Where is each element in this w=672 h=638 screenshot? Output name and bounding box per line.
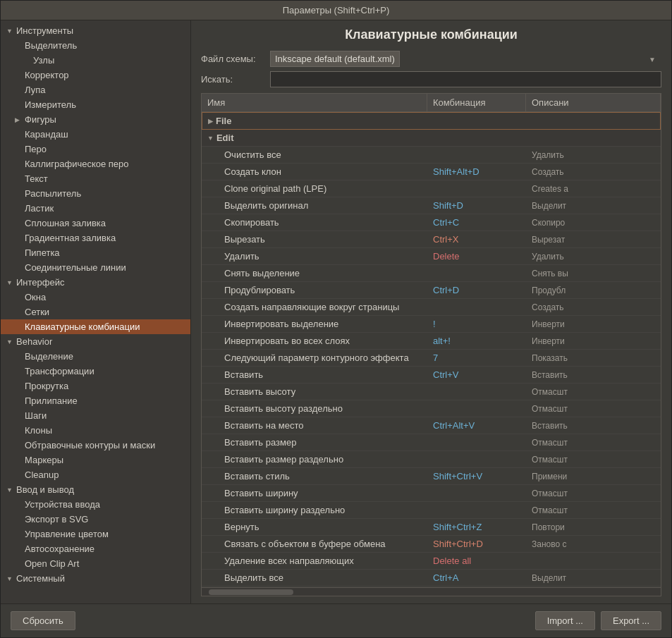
sidebar-item-29[interactable]: Маркеры <box>1 453 190 467</box>
sidebar-item-15[interactable]: Пипетка <box>1 245 190 260</box>
combo-cell <box>427 491 526 496</box>
sidebar-item-23[interactable]: Трансформации <box>1 364 190 379</box>
table-row[interactable]: Вставить размерОтмасшт <box>202 434 661 451</box>
sidebar-item-2[interactable]: Узлы <box>1 53 190 68</box>
table-row[interactable]: Снять выделениеСнять вы <box>202 265 661 282</box>
reset-button[interactable]: Сбросить <box>11 611 75 630</box>
sidebar-item-3[interactable]: Корректор <box>1 68 190 82</box>
horizontal-scrollbar[interactable] <box>202 587 661 596</box>
sidebar-item-27[interactable]: Клоны <box>1 423 190 438</box>
table-row[interactable]: ВставитьCtrl+VВставить <box>202 367 661 384</box>
table-row[interactable]: Вставить ширинуОтмасшт <box>202 485 661 502</box>
desc-cell: Повтори <box>526 520 661 534</box>
expand-icon <box>6 27 15 35</box>
table-row[interactable]: Очистить всеУдалить <box>202 147 661 164</box>
table-row[interactable]: Вставить стильShift+Ctrl+VПримени <box>202 468 661 485</box>
sidebar-item-label: Управление цветом <box>25 529 109 539</box>
col-header-desc: Описани <box>526 94 661 111</box>
combo-cell: Shift+Ctrl+V <box>427 469 526 484</box>
table-row[interactable]: ПродублироватьCtrl+DПродубл <box>202 282 661 299</box>
sidebar-item-20[interactable]: Клавиатурные комбинации <box>1 319 190 334</box>
sidebar-item-7[interactable]: Карандаш <box>1 127 190 142</box>
sidebar-item-label: Экспорт в SVG <box>25 514 88 524</box>
sidebar-item-26[interactable]: Шаги <box>1 408 190 423</box>
sidebar-item-25[interactable]: Прилипание <box>1 393 190 408</box>
combo-cell <box>427 305 526 309</box>
sidebar-item-label: Градиентная заливка <box>25 233 116 243</box>
desc-cell: Вставить <box>526 368 661 382</box>
sidebar-item-35[interactable]: Автосохранение <box>1 541 190 556</box>
sidebar-item-9[interactable]: Каллиграфическое перо <box>1 157 190 171</box>
sidebar-item-33[interactable]: Экспорт в SVG <box>1 512 190 527</box>
table-row[interactable]: Связать с объектом в буфере обменаShift+… <box>202 536 661 553</box>
group-name-cell: ▶File <box>202 113 428 129</box>
sidebar-item-12[interactable]: Ластик <box>1 201 190 216</box>
search-input[interactable] <box>270 71 661 87</box>
sidebar-item-36[interactable]: Open Clip Art <box>1 556 190 571</box>
desc-cell: Снять вы <box>526 266 661 281</box>
desc-cell: Инверти <box>526 317 661 331</box>
combo-cell <box>427 271 526 276</box>
sidebar-item-22[interactable]: Выделение <box>1 349 190 364</box>
expand-icon <box>15 116 23 123</box>
table-row[interactable]: Инвертировать во всех слояхalt+!Инверти <box>202 333 661 350</box>
sidebar-item-30[interactable]: Cleanup <box>1 467 190 482</box>
table-row[interactable]: Вставить на местоCtrl+Alt+VВставить <box>202 417 661 434</box>
sidebar-item-24[interactable]: Прокрутка <box>1 379 190 393</box>
table-row[interactable]: Инвертировать выделение!Инверти <box>202 316 661 333</box>
expand-icon <box>6 338 15 345</box>
table-row[interactable]: УдалитьDeleteУдалить <box>202 248 661 265</box>
table-header: Имя Комбинация Описани <box>202 94 661 112</box>
sidebar-item-0[interactable]: Инструменты <box>1 23 190 38</box>
table-row[interactable]: Удаление всех направляющихDelete all <box>202 553 661 570</box>
group-row-edit[interactable]: ▼Edit <box>202 130 661 147</box>
table-row[interactable]: СкопироватьCtrl+CСкопиро <box>202 214 661 231</box>
table-row[interactable]: Выделить оригиналShift+DВыделит <box>202 197 661 214</box>
sidebar-item-28[interactable]: Обтравочные контуры и маски <box>1 438 190 453</box>
expand-icon <box>6 486 15 493</box>
table-row[interactable]: Вставить высотуОтмасшт <box>202 384 661 400</box>
scheme-select[interactable]: Inkscape default (default.xml) <box>270 51 400 67</box>
table-row[interactable]: Вставить размер раздельноОтмасшт <box>202 451 661 468</box>
sidebar-item-21[interactable]: Behavior <box>1 334 190 349</box>
sidebar-item-19[interactable]: Сетки <box>1 305 190 319</box>
sidebar-item-label: Распылитель <box>25 188 81 199</box>
table-row[interactable]: ВырезатьCtrl+XВырезат <box>202 231 661 248</box>
sidebar-item-32[interactable]: Устройства ввода <box>1 497 190 512</box>
sidebar-item-5[interactable]: Измеритель <box>1 97 190 112</box>
sidebar-item-17[interactable]: Интерфейс <box>1 275 190 290</box>
table-row[interactable]: Выделить всеCtrl+AВыделит <box>202 570 661 587</box>
export-button[interactable]: Export ... <box>601 611 661 630</box>
table-row[interactable]: Вставить ширину раздельноОтмасшт <box>202 502 661 519</box>
sidebar-item-34[interactable]: Управление цветом <box>1 527 190 541</box>
sidebar-item-8[interactable]: Перо <box>1 142 190 157</box>
sidebar-item-13[interactable]: Сплошная заливка <box>1 216 190 231</box>
sidebar-item-10[interactable]: Текст <box>1 171 190 186</box>
table-row[interactable]: Clone original path (LPE)Creates a <box>202 180 661 197</box>
name-cell: Вставить <box>202 367 427 382</box>
combo-cell: Ctrl+V <box>427 367 526 382</box>
sidebar-item-4[interactable]: Лупа <box>1 82 190 97</box>
sidebar-item-6[interactable]: Фигуры <box>1 112 190 127</box>
combo-cell: ! <box>427 317 526 331</box>
sidebar-item-31[interactable]: Ввод и вывод <box>1 482 190 497</box>
name-cell: Вырезать <box>202 232 427 247</box>
sidebar-item-label: Соединительные линии <box>25 262 126 273</box>
group-desc-cell <box>526 136 661 140</box>
sidebar-item-18[interactable]: Окна <box>1 290 190 305</box>
sidebar-item-37[interactable]: Системный <box>1 571 190 586</box>
sidebar-item-1[interactable]: Выделитель <box>1 38 190 53</box>
combo-cell: Delete <box>427 249 526 264</box>
sidebar-item-11[interactable]: Распылитель <box>1 186 190 201</box>
sidebar-item-16[interactable]: Соединительные линии <box>1 260 190 275</box>
import-button[interactable]: Import ... <box>535 611 595 630</box>
table-row[interactable]: Следующий параметр контурного эффекта7По… <box>202 350 661 367</box>
table-row[interactable]: Создать клонShift+Alt+DСоздать <box>202 164 661 180</box>
table-row[interactable]: Вставить высоту раздельноОтмасшт <box>202 400 661 417</box>
sidebar-item-label: Сетки <box>25 307 49 317</box>
group-row-file[interactable]: ▶File <box>202 112 661 130</box>
table-row[interactable]: ВернутьShift+Ctrl+ZПовтори <box>202 519 661 536</box>
sidebar-item-14[interactable]: Градиентная заливка <box>1 231 190 245</box>
group-name-cell: ▼Edit <box>202 130 427 146</box>
table-row[interactable]: Создать направляющие вокруг страницыСозд… <box>202 299 661 316</box>
